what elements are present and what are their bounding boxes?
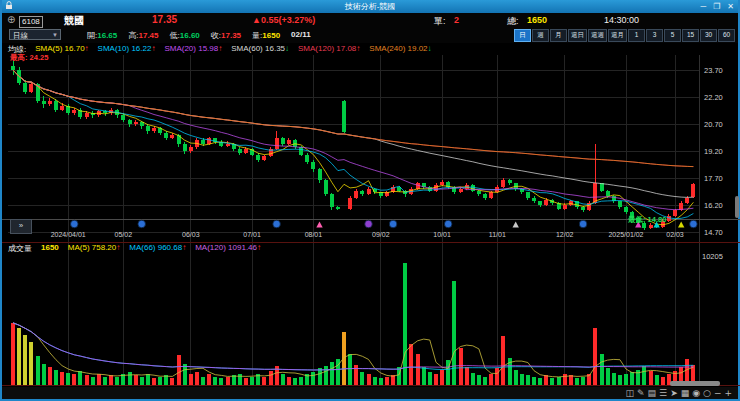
ma-trend-arrow-up: ↑ xyxy=(257,243,261,252)
candle-body xyxy=(324,180,328,194)
ma-legend-text: SMA(5) 16.70 xyxy=(35,44,84,53)
ohlc-field-value: 16.65 xyxy=(97,31,117,40)
volume-bar xyxy=(354,365,358,385)
period-button-還週[interactable]: 還週 xyxy=(588,29,607,42)
event-marker-triangle[interactable] xyxy=(316,222,322,228)
print-icon[interactable]: ☰ xyxy=(659,388,667,399)
ma-legend-text: SMA(120) 17.08 xyxy=(298,44,356,53)
event-marker-circle[interactable] xyxy=(690,220,698,228)
volume-bar xyxy=(434,374,438,385)
event-marker-circle[interactable] xyxy=(579,220,587,228)
date-axis-label: 2024/04/01 xyxy=(51,231,86,238)
volume-bar xyxy=(36,356,40,385)
ohlc-field-label: 低: xyxy=(170,31,180,40)
volume-bar xyxy=(600,354,604,385)
candle-body xyxy=(189,147,193,151)
event-marker-circle[interactable] xyxy=(273,220,281,228)
minimize-button[interactable]: ─ xyxy=(700,2,706,11)
candle-body xyxy=(685,198,689,203)
single-volume-value: 2 xyxy=(454,15,459,25)
ma-legend-item: SMA(10) 16.22↑ xyxy=(98,44,156,55)
volume-bar xyxy=(269,371,273,385)
draw-icon[interactable]: ✎ xyxy=(637,388,645,399)
volume-bar xyxy=(85,375,89,385)
chart-style-icon[interactable]: ▤ xyxy=(648,388,657,399)
volume-bar xyxy=(91,377,95,385)
maximize-button[interactable]: ❐ xyxy=(713,2,720,11)
technical-chart[interactable]: 23.7022.2020.7019.2017.7016.2014.7010205… xyxy=(2,43,740,401)
candle-body xyxy=(618,201,622,206)
volume-bar xyxy=(128,372,132,385)
close-button[interactable]: ✕ xyxy=(727,2,734,11)
period-button-5[interactable]: 5 xyxy=(664,29,681,42)
candle-body xyxy=(238,149,242,153)
ma-trend-arrow-up: ↑ xyxy=(151,44,155,53)
select-region-icon[interactable]: ◫ xyxy=(625,388,634,399)
single-volume-label: 單: xyxy=(434,15,446,28)
volume-bar xyxy=(299,377,303,385)
period-button-週[interactable]: 週 xyxy=(532,29,549,42)
event-marker-circle[interactable] xyxy=(71,220,79,228)
ma-trend-arrow-up: ↑ xyxy=(356,44,360,53)
price-axis-label: 17.70 xyxy=(704,174,723,183)
title-bar[interactable]: 技術分析-競國 ─ ❐ ✕ xyxy=(2,0,738,13)
price-axis-label: 20.70 xyxy=(704,120,723,129)
stock-code-input[interactable]: 6108 xyxy=(19,16,43,28)
event-marker-triangle[interactable] xyxy=(678,222,684,228)
event-marker-circle[interactable] xyxy=(444,220,452,228)
period-button-還日[interactable]: 還日 xyxy=(568,29,587,42)
period-button-15[interactable]: 15 xyxy=(682,29,699,42)
ohlc-field-label: 高: xyxy=(128,31,138,40)
event-marker-triangle[interactable] xyxy=(513,222,519,228)
volume-bar xyxy=(544,375,548,385)
indicator-icon[interactable]: ◉ xyxy=(692,388,700,399)
event-marker-circle[interactable] xyxy=(365,220,373,228)
candle-body xyxy=(85,113,89,117)
volume-bar xyxy=(661,377,665,385)
candle-body xyxy=(164,133,168,138)
candle-body xyxy=(226,144,230,146)
volume-bar xyxy=(471,373,475,385)
volume-bar xyxy=(318,368,322,385)
volume-bar xyxy=(60,372,64,385)
volume-bar xyxy=(78,371,82,385)
period-button-1[interactable]: 1 xyxy=(628,29,645,42)
grid-icon[interactable]: ▦ xyxy=(681,388,690,399)
ohlc-field: 量:1650 xyxy=(252,30,280,41)
period-button-3[interactable]: 3 xyxy=(646,29,663,42)
volume-bar xyxy=(593,328,597,385)
volume-bar xyxy=(385,377,389,385)
expand-panel-button[interactable]: » xyxy=(10,219,32,234)
candle-body xyxy=(489,192,493,197)
event-marker-circle[interactable] xyxy=(389,220,397,228)
vertical-scrollbar[interactable] xyxy=(735,196,739,218)
zoom-out-icon[interactable]: − xyxy=(714,388,722,399)
volume-bar xyxy=(109,375,113,385)
candle-body xyxy=(183,144,187,151)
period-button-日[interactable]: 日 xyxy=(514,29,531,42)
refresh-icon[interactable]: ○ xyxy=(703,388,711,399)
ohlc-field: 低:16.60 xyxy=(170,30,200,41)
horizontal-scrollbar[interactable] xyxy=(670,381,720,386)
candle-body xyxy=(152,128,156,132)
candle-body xyxy=(256,155,260,160)
period-dropdown[interactable]: 日線 ▼ xyxy=(9,29,61,40)
volume-bar xyxy=(250,377,254,385)
volume-bar xyxy=(526,375,530,385)
period-button-60[interactable]: 60 xyxy=(718,29,735,42)
volume-bar xyxy=(29,342,33,385)
candle-body xyxy=(581,207,585,211)
candle-body xyxy=(691,184,695,197)
period-button-還月[interactable]: 還月 xyxy=(608,29,627,42)
price-ma-line xyxy=(13,70,693,219)
event-marker-circle[interactable] xyxy=(138,220,146,228)
candle-body xyxy=(477,191,481,195)
candle-body xyxy=(606,191,610,196)
zoom-in-icon[interactable]: + xyxy=(724,388,732,399)
cursor-icon[interactable]: ➤ xyxy=(670,388,678,399)
period-button-30[interactable]: 30 xyxy=(700,29,717,42)
volume-bar xyxy=(226,377,230,385)
ma-legend-text: SMA(10) 16.22 xyxy=(98,44,152,53)
plus-circle-icon[interactable]: ⊕ xyxy=(7,14,15,25)
period-button-月[interactable]: 月 xyxy=(550,29,567,42)
